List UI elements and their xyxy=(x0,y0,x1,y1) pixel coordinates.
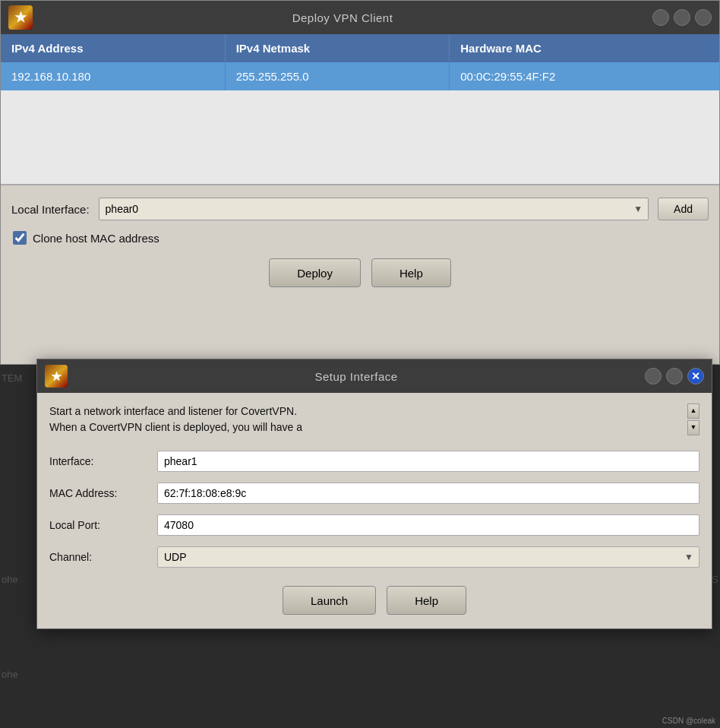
deploy-action-buttons: Deploy Help xyxy=(11,258,709,287)
col-ipv4-address: IPv4 Address xyxy=(1,34,226,62)
bg-text-left2: ohe xyxy=(2,669,18,680)
cell-mac: 00:0C:29:55:4F:F2 xyxy=(450,62,719,90)
table-header: IPv4 Address IPv4 Netmask Hardware MAC xyxy=(1,34,719,62)
setup-body: Start a network interface and listener f… xyxy=(37,393,712,628)
interface-form-row: Interface: xyxy=(49,451,699,472)
clone-row: Clone host MAC address xyxy=(13,231,709,245)
channel-select-wrapper: UDP TCP ▼ xyxy=(157,546,699,568)
setup-action-buttons: Launch Help xyxy=(37,575,712,628)
interface-select-wrapper: phear0 ▼ xyxy=(99,198,649,220)
col-ipv4-netmask: IPv4 Netmask xyxy=(226,34,450,62)
deploy-close-button[interactable] xyxy=(695,9,712,26)
table-row[interactable]: 192.168.10.180 255.255.255.0 00:0C:29:55… xyxy=(1,62,719,90)
port-form-label: Local Port: xyxy=(49,519,148,531)
clone-mac-label: Clone host MAC address xyxy=(33,232,159,245)
cell-netmask: 255.255.255.0 xyxy=(226,62,450,90)
channel-select[interactable]: UDP TCP xyxy=(157,546,699,568)
setup-logo-icon: ★ xyxy=(45,365,68,388)
interface-form-label: Interface: xyxy=(49,455,148,467)
setup-window-controls: ✕ xyxy=(645,368,704,385)
cell-ipv4: 192.168.10.180 xyxy=(1,62,226,90)
deploy-maximize-button[interactable] xyxy=(674,9,690,26)
local-interface-label: Local Interface: xyxy=(11,203,90,216)
help-setup-button[interactable]: Help xyxy=(387,586,466,615)
bg-text-tem: TEM xyxy=(2,372,22,384)
local-interface-row: Local Interface: phear0 ▼ Add xyxy=(11,198,709,220)
launch-button[interactable]: Launch xyxy=(283,586,376,615)
deploy-logo-icon: ★ xyxy=(8,5,33,30)
scroll-down-button[interactable]: ▼ xyxy=(687,420,699,435)
deploy-window-title: Deploy VPN Client xyxy=(39,11,646,24)
mac-form-label: MAC Address: xyxy=(49,487,148,499)
setup-minimize-button[interactable] xyxy=(645,368,662,385)
description-area: Start a network interface and listener f… xyxy=(37,393,712,443)
channel-form-label: Channel: xyxy=(49,551,148,563)
setup-interface-window: ★ Setup Interface ✕ Start a network inte… xyxy=(36,359,712,629)
deploy-window-controls xyxy=(652,9,712,26)
col-hardware-mac: Hardware MAC xyxy=(450,34,719,62)
channel-form-row: Channel: UDP TCP ▼ xyxy=(49,546,699,568)
deploy-minimize-button[interactable] xyxy=(652,9,669,26)
add-button[interactable]: Add xyxy=(658,198,709,220)
port-input[interactable] xyxy=(157,514,699,536)
table-body: 192.168.10.180 255.255.255.0 00:0C:29:55… xyxy=(1,62,719,184)
deploy-vpn-window: ★ Deploy VPN Client IPv4 Address IPv4 Ne… xyxy=(0,0,720,365)
description-line1: Start a network interface and listener f… xyxy=(49,405,297,417)
description-line2: When a CovertVPN client is deployed, you… xyxy=(49,421,302,433)
mac-input[interactable] xyxy=(157,483,699,504)
interface-select[interactable]: phear0 xyxy=(99,198,649,220)
bg-text-left: ohe xyxy=(2,574,18,585)
scrollbar-area: ▲ ▼ xyxy=(687,404,699,435)
network-table-container: IPv4 Address IPv4 Netmask Hardware MAC 1… xyxy=(1,34,719,185)
setup-window-title: Setup Interface xyxy=(74,370,639,383)
clone-mac-checkbox[interactable] xyxy=(13,231,27,245)
setup-titlebar: ★ Setup Interface ✕ xyxy=(37,359,712,393)
watermark-text: CSDN @coleak xyxy=(662,717,715,725)
port-form-row: Local Port: xyxy=(49,514,699,536)
setup-close-button[interactable]: ✕ xyxy=(687,368,704,385)
setup-maximize-button[interactable] xyxy=(666,368,683,385)
deploy-button[interactable]: Deploy xyxy=(269,258,361,287)
scroll-up-button[interactable]: ▲ xyxy=(687,404,699,419)
mac-form-row: MAC Address: xyxy=(49,483,699,504)
deploy-titlebar: ★ Deploy VPN Client xyxy=(1,1,719,34)
help-deploy-button[interactable]: Help xyxy=(371,258,451,287)
setup-form: Interface: MAC Address: Local Port: Chan… xyxy=(37,443,712,575)
interface-input[interactable] xyxy=(157,451,699,472)
deploy-controls: Local Interface: phear0 ▼ Add Clone host… xyxy=(1,185,719,295)
description-text: Start a network interface and listener f… xyxy=(49,404,687,435)
